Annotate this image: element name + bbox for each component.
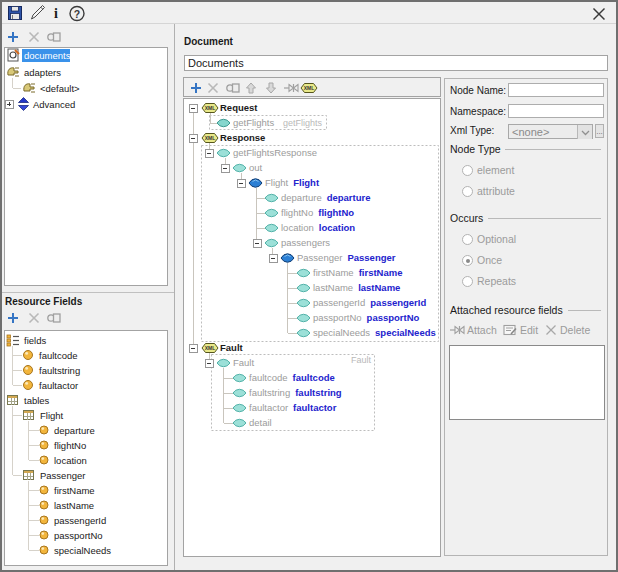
svg-text:faultstring: faultstring bbox=[39, 365, 80, 376]
svg-text:XML: XML bbox=[205, 105, 216, 111]
svg-text:Response: Response bbox=[220, 132, 265, 143]
svg-text:passengerId: passengerId bbox=[54, 515, 106, 526]
svg-text:Fault: Fault bbox=[351, 355, 372, 365]
svg-text:Fault: Fault bbox=[220, 342, 244, 353]
svg-text:FlightFlight: FlightFlight bbox=[265, 177, 320, 188]
svg-text:Passenger: Passenger bbox=[40, 470, 85, 481]
svg-text:departuredeparture: departuredeparture bbox=[281, 192, 371, 203]
svg-text:passportNo: passportNo bbox=[54, 530, 103, 541]
svg-text:faultstringfaultstring: faultstringfaultstring bbox=[249, 387, 342, 398]
svg-text:out: out bbox=[249, 162, 263, 173]
svg-text:XML: XML bbox=[205, 345, 216, 351]
svg-text:firstName: firstName bbox=[54, 485, 95, 496]
svg-text:Delete: Delete bbox=[560, 324, 591, 336]
svg-text:flightNo: flightNo bbox=[54, 440, 86, 451]
svg-text:Advanced: Advanced bbox=[33, 99, 75, 110]
svg-text:flightNoflightNo: flightNoflightNo bbox=[281, 207, 354, 218]
svg-text:faultactorfaultactor: faultactorfaultactor bbox=[249, 402, 337, 413]
svg-text:passengerIdpassengerId: passengerIdpassengerId bbox=[313, 297, 426, 308]
svg-text:passengers: passengers bbox=[281, 237, 330, 248]
svg-text:Edit: Edit bbox=[520, 324, 538, 336]
svg-text:specialNeedsspecialNeeds: specialNeedsspecialNeeds bbox=[313, 327, 436, 338]
svg-text:locationlocation: locationlocation bbox=[281, 222, 355, 233]
svg-text:tables: tables bbox=[24, 395, 50, 406]
svg-text:getFlightsResponse: getFlightsResponse bbox=[233, 147, 317, 158]
svg-text:?: ? bbox=[74, 8, 80, 20]
svg-text:firstNamefirstName: firstNamefirstName bbox=[313, 267, 402, 278]
svg-text:XML: XML bbox=[304, 85, 315, 91]
svg-text:detail: detail bbox=[249, 417, 272, 428]
svg-text:lastNamelastName: lastNamelastName bbox=[313, 282, 400, 293]
svg-text:adapters: adapters bbox=[24, 67, 61, 78]
svg-text:departure: departure bbox=[54, 425, 95, 436]
svg-text:documents: documents bbox=[24, 50, 71, 61]
svg-text:getFlights: getFlights bbox=[233, 117, 274, 128]
svg-text:faultactor: faultactor bbox=[39, 380, 78, 391]
svg-text:<default>: <default> bbox=[40, 83, 80, 94]
svg-text:i: i bbox=[54, 6, 58, 21]
svg-text:fields: fields bbox=[24, 335, 46, 346]
svg-text:PassengerPassenger: PassengerPassenger bbox=[297, 252, 396, 263]
svg-text:Attach: Attach bbox=[467, 324, 497, 336]
svg-text:lastName: lastName bbox=[54, 500, 94, 511]
svg-text:Request: Request bbox=[220, 102, 258, 113]
svg-text:specialNeeds: specialNeeds bbox=[54, 545, 111, 556]
svg-text:XML: XML bbox=[205, 135, 216, 141]
svg-text:faultcode: faultcode bbox=[39, 350, 78, 361]
svg-text:Fault: Fault bbox=[233, 357, 254, 368]
svg-text:Flight: Flight bbox=[40, 410, 64, 421]
svg-text:faultcodefaultcode: faultcodefaultcode bbox=[249, 372, 335, 383]
svg-text:getFlights: getFlights bbox=[283, 118, 323, 128]
svg-text:location: location bbox=[54, 455, 87, 466]
svg-text:passportNopassportNo: passportNopassportNo bbox=[313, 312, 420, 323]
